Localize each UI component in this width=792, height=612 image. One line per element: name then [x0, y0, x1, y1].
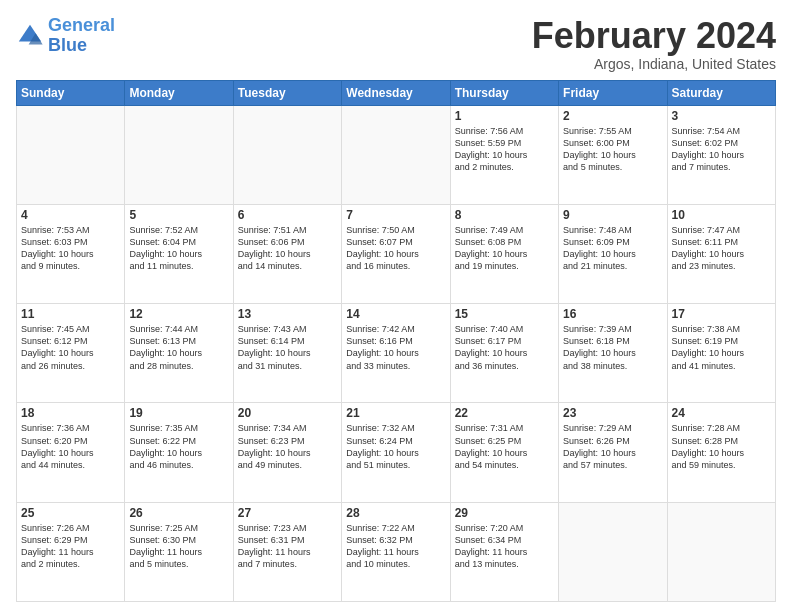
calendar-cell: 7Sunrise: 7:50 AM Sunset: 6:07 PM Daylig…: [342, 204, 450, 303]
day-number: 17: [672, 307, 771, 321]
calendar-cell: [342, 105, 450, 204]
day-info: Sunrise: 7:52 AM Sunset: 6:04 PM Dayligh…: [129, 224, 228, 273]
calendar-cell: 22Sunrise: 7:31 AM Sunset: 6:25 PM Dayli…: [450, 403, 558, 502]
day-info: Sunrise: 7:36 AM Sunset: 6:20 PM Dayligh…: [21, 422, 120, 471]
calendar-cell: 2Sunrise: 7:55 AM Sunset: 6:00 PM Daylig…: [559, 105, 667, 204]
day-info: Sunrise: 7:56 AM Sunset: 5:59 PM Dayligh…: [455, 125, 554, 174]
day-number: 19: [129, 406, 228, 420]
day-number: 7: [346, 208, 445, 222]
day-number: 21: [346, 406, 445, 420]
day-info: Sunrise: 7:23 AM Sunset: 6:31 PM Dayligh…: [238, 522, 337, 571]
day-number: 26: [129, 506, 228, 520]
day-number: 27: [238, 506, 337, 520]
day-info: Sunrise: 7:31 AM Sunset: 6:25 PM Dayligh…: [455, 422, 554, 471]
day-info: Sunrise: 7:39 AM Sunset: 6:18 PM Dayligh…: [563, 323, 662, 372]
logo-icon: [16, 22, 44, 50]
day-number: 6: [238, 208, 337, 222]
day-info: Sunrise: 7:35 AM Sunset: 6:22 PM Dayligh…: [129, 422, 228, 471]
calendar-cell: [233, 105, 341, 204]
calendar-cell: 14Sunrise: 7:42 AM Sunset: 6:16 PM Dayli…: [342, 304, 450, 403]
calendar-cell: 25Sunrise: 7:26 AM Sunset: 6:29 PM Dayli…: [17, 502, 125, 601]
calendar-cell: [667, 502, 775, 601]
day-number: 18: [21, 406, 120, 420]
day-info: Sunrise: 7:43 AM Sunset: 6:14 PM Dayligh…: [238, 323, 337, 372]
calendar-cell: 3Sunrise: 7:54 AM Sunset: 6:02 PM Daylig…: [667, 105, 775, 204]
day-number: 20: [238, 406, 337, 420]
day-number: 12: [129, 307, 228, 321]
day-number: 8: [455, 208, 554, 222]
day-number: 5: [129, 208, 228, 222]
calendar-cell: 29Sunrise: 7:20 AM Sunset: 6:34 PM Dayli…: [450, 502, 558, 601]
calendar-cell: 6Sunrise: 7:51 AM Sunset: 6:06 PM Daylig…: [233, 204, 341, 303]
calendar-cell: 9Sunrise: 7:48 AM Sunset: 6:09 PM Daylig…: [559, 204, 667, 303]
page: General Blue February 2024 Argos, Indian…: [0, 0, 792, 612]
day-number: 1: [455, 109, 554, 123]
calendar-cell: 8Sunrise: 7:49 AM Sunset: 6:08 PM Daylig…: [450, 204, 558, 303]
calendar-cell: 13Sunrise: 7:43 AM Sunset: 6:14 PM Dayli…: [233, 304, 341, 403]
calendar-cell: 19Sunrise: 7:35 AM Sunset: 6:22 PM Dayli…: [125, 403, 233, 502]
logo-general: General: [48, 15, 115, 35]
calendar-cell: 5Sunrise: 7:52 AM Sunset: 6:04 PM Daylig…: [125, 204, 233, 303]
day-info: Sunrise: 7:44 AM Sunset: 6:13 PM Dayligh…: [129, 323, 228, 372]
calendar-cell: 18Sunrise: 7:36 AM Sunset: 6:20 PM Dayli…: [17, 403, 125, 502]
logo-text: General Blue: [48, 16, 115, 56]
day-info: Sunrise: 7:55 AM Sunset: 6:00 PM Dayligh…: [563, 125, 662, 174]
day-number: 2: [563, 109, 662, 123]
calendar-cell: 12Sunrise: 7:44 AM Sunset: 6:13 PM Dayli…: [125, 304, 233, 403]
calendar-cell: 24Sunrise: 7:28 AM Sunset: 6:28 PM Dayli…: [667, 403, 775, 502]
day-info: Sunrise: 7:34 AM Sunset: 6:23 PM Dayligh…: [238, 422, 337, 471]
day-info: Sunrise: 7:26 AM Sunset: 6:29 PM Dayligh…: [21, 522, 120, 571]
day-info: Sunrise: 7:25 AM Sunset: 6:30 PM Dayligh…: [129, 522, 228, 571]
calendar-week-1: 1Sunrise: 7:56 AM Sunset: 5:59 PM Daylig…: [17, 105, 776, 204]
calendar-cell: 20Sunrise: 7:34 AM Sunset: 6:23 PM Dayli…: [233, 403, 341, 502]
day-info: Sunrise: 7:50 AM Sunset: 6:07 PM Dayligh…: [346, 224, 445, 273]
main-title: February 2024: [532, 16, 776, 56]
calendar-week-4: 18Sunrise: 7:36 AM Sunset: 6:20 PM Dayli…: [17, 403, 776, 502]
day-info: Sunrise: 7:54 AM Sunset: 6:02 PM Dayligh…: [672, 125, 771, 174]
calendar-cell: 10Sunrise: 7:47 AM Sunset: 6:11 PM Dayli…: [667, 204, 775, 303]
calendar-cell: 16Sunrise: 7:39 AM Sunset: 6:18 PM Dayli…: [559, 304, 667, 403]
day-number: 23: [563, 406, 662, 420]
calendar-cell: [125, 105, 233, 204]
calendar-cell: 1Sunrise: 7:56 AM Sunset: 5:59 PM Daylig…: [450, 105, 558, 204]
day-number: 9: [563, 208, 662, 222]
day-number: 28: [346, 506, 445, 520]
calendar-header-sunday: Sunday: [17, 80, 125, 105]
calendar-week-2: 4Sunrise: 7:53 AM Sunset: 6:03 PM Daylig…: [17, 204, 776, 303]
calendar-cell: 28Sunrise: 7:22 AM Sunset: 6:32 PM Dayli…: [342, 502, 450, 601]
calendar-week-3: 11Sunrise: 7:45 AM Sunset: 6:12 PM Dayli…: [17, 304, 776, 403]
day-info: Sunrise: 7:20 AM Sunset: 6:34 PM Dayligh…: [455, 522, 554, 571]
calendar-cell: 27Sunrise: 7:23 AM Sunset: 6:31 PM Dayli…: [233, 502, 341, 601]
day-number: 25: [21, 506, 120, 520]
day-info: Sunrise: 7:42 AM Sunset: 6:16 PM Dayligh…: [346, 323, 445, 372]
day-number: 14: [346, 307, 445, 321]
calendar-header-saturday: Saturday: [667, 80, 775, 105]
calendar-week-5: 25Sunrise: 7:26 AM Sunset: 6:29 PM Dayli…: [17, 502, 776, 601]
day-info: Sunrise: 7:32 AM Sunset: 6:24 PM Dayligh…: [346, 422, 445, 471]
day-info: Sunrise: 7:45 AM Sunset: 6:12 PM Dayligh…: [21, 323, 120, 372]
day-info: Sunrise: 7:49 AM Sunset: 6:08 PM Dayligh…: [455, 224, 554, 273]
subtitle: Argos, Indiana, United States: [532, 56, 776, 72]
day-info: Sunrise: 7:51 AM Sunset: 6:06 PM Dayligh…: [238, 224, 337, 273]
day-info: Sunrise: 7:22 AM Sunset: 6:32 PM Dayligh…: [346, 522, 445, 571]
day-number: 29: [455, 506, 554, 520]
day-info: Sunrise: 7:28 AM Sunset: 6:28 PM Dayligh…: [672, 422, 771, 471]
day-info: Sunrise: 7:38 AM Sunset: 6:19 PM Dayligh…: [672, 323, 771, 372]
calendar-header-tuesday: Tuesday: [233, 80, 341, 105]
day-info: Sunrise: 7:40 AM Sunset: 6:17 PM Dayligh…: [455, 323, 554, 372]
calendar-cell: 23Sunrise: 7:29 AM Sunset: 6:26 PM Dayli…: [559, 403, 667, 502]
day-number: 16: [563, 307, 662, 321]
day-info: Sunrise: 7:47 AM Sunset: 6:11 PM Dayligh…: [672, 224, 771, 273]
day-info: Sunrise: 7:48 AM Sunset: 6:09 PM Dayligh…: [563, 224, 662, 273]
day-number: 24: [672, 406, 771, 420]
day-number: 4: [21, 208, 120, 222]
day-number: 15: [455, 307, 554, 321]
header: General Blue February 2024 Argos, Indian…: [16, 16, 776, 72]
day-info: Sunrise: 7:53 AM Sunset: 6:03 PM Dayligh…: [21, 224, 120, 273]
day-number: 11: [21, 307, 120, 321]
calendar-header-monday: Monday: [125, 80, 233, 105]
day-number: 22: [455, 406, 554, 420]
logo-blue: Blue: [48, 36, 115, 56]
title-block: February 2024 Argos, Indiana, United Sta…: [532, 16, 776, 72]
logo: General Blue: [16, 16, 115, 56]
